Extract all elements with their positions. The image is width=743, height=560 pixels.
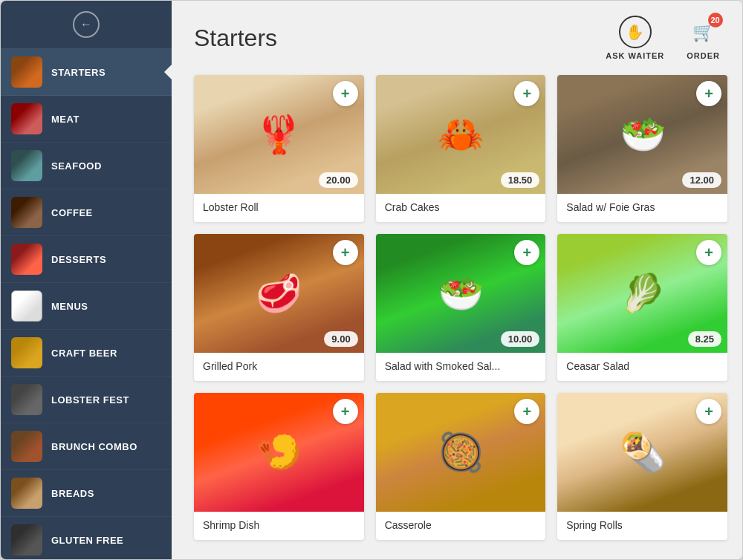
card-title-smoked-sal: Salad with Smoked Sal... <box>376 353 546 381</box>
card-image-wrap-casserole: 🥘+ <box>376 393 546 512</box>
sidebar-thumb-brunch <box>11 431 42 462</box>
menu-card-rolls[interactable]: 🌯+Spring Rolls <box>557 393 727 540</box>
card-image-wrap-foie-gras: 🥗+12.00 <box>557 75 727 194</box>
page-title: Starters <box>194 25 277 52</box>
sidebar-label-coffee: COFFEE <box>51 207 93 218</box>
order-button[interactable]: 🛒 20 ORDER <box>687 16 720 60</box>
card-image-wrap-lobster-roll: 🦞+20.00 <box>194 75 364 194</box>
sidebar-label-starters: STARTERS <box>51 67 106 78</box>
sidebar-thumb-meat <box>11 103 42 134</box>
card-title-lobster-roll: Lobster Roll <box>194 194 364 222</box>
card-title-crab-cakes: Crab Cakes <box>376 194 546 222</box>
waiter-hand-icon: ✋ <box>626 23 644 41</box>
cart-icon: 🛒 20 <box>687 16 720 48</box>
card-image-wrap-grilled-pork: 🥩+9.00 <box>194 234 364 353</box>
price-tag-ceasar-salad: 8.25 <box>688 331 721 347</box>
main-content: Starters ✋ ASK WAITER 🛒 20 ORDER � <box>172 1 742 559</box>
sidebar-item-menus[interactable]: MENUS <box>1 283 172 330</box>
sidebar-thumb-seafood <box>11 150 42 181</box>
menu-card-casserole[interactable]: 🥘+Casserole <box>376 393 546 540</box>
menu-card-smoked-sal[interactable]: 🥗+10.00Salad with Smoked Sal... <box>376 234 546 381</box>
sidebar-items-list: STARTERSMEATSEAFOODCOFFEEDESSERTSMENUSCR… <box>1 49 172 559</box>
card-image-wrap-smoked-sal: 🥗+10.00 <box>376 234 546 353</box>
sidebar-thumb-lobster <box>11 384 42 415</box>
back-button[interactable]: ← <box>73 11 100 38</box>
add-button-ceasar-salad[interactable]: + <box>696 240 721 265</box>
sidebar-thumb-glutenfree <box>11 524 42 556</box>
sidebar-thumb-breads <box>11 478 42 509</box>
sidebar: ← STARTERSMEATSEAFOODCOFFEEDESSERTSMENUS… <box>1 1 172 559</box>
card-image-wrap-shrimp: 🍤+ <box>194 393 364 512</box>
card-title-ceasar-salad: Ceasar Salad <box>557 353 727 381</box>
sidebar-item-coffee[interactable]: COFFEE <box>1 189 172 236</box>
card-image-wrap-crab-cakes: 🦀+18.50 <box>376 75 546 194</box>
sidebar-label-glutenfree: GLUTEN FREE <box>51 535 123 546</box>
sidebar-label-meat: MEAT <box>51 114 80 125</box>
menu-card-ceasar-salad[interactable]: 🥬+8.25Ceasar Salad <box>557 234 727 381</box>
sidebar-item-breads[interactable]: BREADS <box>1 470 172 517</box>
ask-waiter-button[interactable]: ✋ ASK WAITER <box>606 16 664 60</box>
menu-grid: 🦞+20.00Lobster Roll🦀+18.50Crab Cakes🥗+12… <box>172 68 742 559</box>
sidebar-item-lobster[interactable]: LOBSTER FEST <box>1 377 172 423</box>
app-frame: ← STARTERSMEATSEAFOODCOFFEEDESSERTSMENUS… <box>0 0 743 560</box>
sidebar-back[interactable]: ← <box>1 1 172 49</box>
sidebar-item-brunch[interactable]: BRUNCH COMBO <box>1 423 172 470</box>
price-tag-foie-gras: 12.00 <box>682 172 721 188</box>
price-tag-lobster-roll: 20.00 <box>319 172 358 188</box>
card-image-wrap-rolls: 🌯+ <box>557 393 727 512</box>
sidebar-label-brunch: BRUNCH COMBO <box>51 441 137 452</box>
add-button-shrimp[interactable]: + <box>333 399 358 424</box>
card-title-grilled-pork: Grilled Pork <box>194 353 364 381</box>
sidebar-label-lobster: LOBSTER FEST <box>51 394 129 406</box>
sidebar-label-breads: BREADS <box>51 488 94 499</box>
sidebar-thumb-menus <box>11 290 42 322</box>
price-tag-smoked-sal: 10.00 <box>501 331 540 347</box>
card-title-shrimp: Shrimp Dish <box>194 512 364 540</box>
sidebar-thumb-starters <box>11 56 42 88</box>
menu-card-lobster-roll[interactable]: 🦞+20.00Lobster Roll <box>194 75 364 222</box>
menu-card-crab-cakes[interactable]: 🦀+18.50Crab Cakes <box>376 75 546 222</box>
sidebar-label-desserts: DESSERTS <box>51 254 106 265</box>
card-title-casserole: Casserole <box>376 512 546 540</box>
add-button-foie-gras[interactable]: + <box>696 81 721 106</box>
menu-card-grilled-pork[interactable]: 🥩+9.00Grilled Pork <box>194 234 364 381</box>
back-icon: ← <box>80 18 92 31</box>
price-tag-crab-cakes: 18.50 <box>501 172 540 188</box>
sidebar-item-meat[interactable]: MEAT <box>1 96 172 143</box>
sidebar-item-seafood[interactable]: SEAFOOD <box>1 143 172 189</box>
sidebar-thumb-desserts <box>11 244 42 275</box>
add-button-rolls[interactable]: + <box>696 399 721 424</box>
menu-card-shrimp[interactable]: 🍤+Shrimp Dish <box>194 393 364 540</box>
waiter-icon-circle: ✋ <box>619 16 652 48</box>
card-title-foie-gras: Salad w/ Foie Gras <box>557 194 727 222</box>
sidebar-label-craftbeer: CRAFT BEER <box>51 348 117 359</box>
sidebar-thumb-coffee <box>11 197 42 228</box>
sidebar-item-desserts[interactable]: DESSERTS <box>1 236 172 283</box>
add-button-lobster-roll[interactable]: + <box>333 81 358 106</box>
header: Starters ✋ ASK WAITER 🛒 20 ORDER <box>172 1 742 68</box>
sidebar-item-craftbeer[interactable]: CRAFT BEER <box>1 330 172 377</box>
order-label: ORDER <box>687 51 720 60</box>
card-image-wrap-ceasar-salad: 🥬+8.25 <box>557 234 727 353</box>
add-button-grilled-pork[interactable]: + <box>333 240 358 265</box>
menu-card-foie-gras[interactable]: 🥗+12.00Salad w/ Foie Gras <box>557 75 727 222</box>
header-actions: ✋ ASK WAITER 🛒 20 ORDER <box>606 16 720 60</box>
sidebar-item-glutenfree[interactable]: GLUTEN FREE <box>1 517 172 559</box>
ask-waiter-label: ASK WAITER <box>606 51 664 60</box>
price-tag-grilled-pork: 9.00 <box>324 331 357 347</box>
sidebar-thumb-craftbeer <box>11 337 42 368</box>
sidebar-label-menus: MENUS <box>51 301 88 312</box>
card-title-rolls: Spring Rolls <box>557 512 727 540</box>
sidebar-label-seafood: SEAFOOD <box>51 160 102 172</box>
cart-badge: 20 <box>708 13 723 27</box>
sidebar-item-starters[interactable]: STARTERS <box>1 49 172 96</box>
